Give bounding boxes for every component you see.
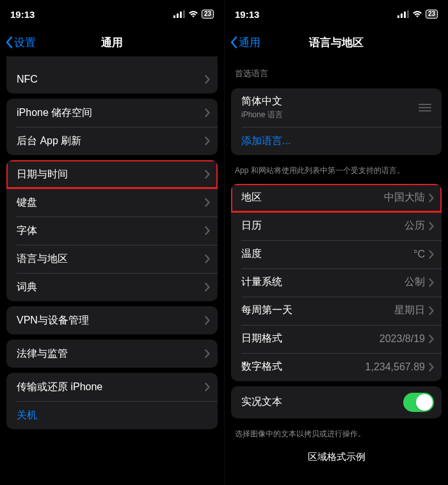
chevron-right-icon: [205, 316, 210, 325]
settings-row[interactable]: VPN与设备管理: [6, 306, 218, 334]
nav-bar: 设置 通用: [0, 28, 224, 56]
group: 传输或还原 iPhone关机: [6, 373, 218, 429]
chevron-right-icon: [205, 283, 210, 292]
battery-icon: 23: [426, 10, 438, 19]
row-value: 2023/8/19: [380, 333, 425, 345]
group: 法律与监管: [6, 340, 218, 368]
status-right: 23: [397, 10, 438, 19]
group: 日期与时间键盘字体语言与地区词典: [6, 160, 218, 301]
settings-row[interactable]: 词典: [6, 273, 218, 301]
row-label: 后台 App 刷新: [17, 135, 205, 148]
page-title: 通用: [101, 35, 123, 50]
content-scroll[interactable]: NFCiPhone 储存空间后台 App 刷新日期与时间键盘字体语言与地区词典V…: [0, 56, 224, 485]
status-time: 19:13: [10, 9, 35, 20]
row-label: 关机: [17, 409, 210, 422]
back-button[interactable]: 通用: [225, 35, 260, 50]
language-label: 简体中文: [241, 95, 416, 108]
row-value: 星期日: [394, 304, 425, 317]
row-value: 公历: [404, 219, 425, 233]
settings-row[interactable]: 计量系统公制: [231, 268, 442, 297]
status-time: 19:13: [235, 9, 259, 20]
settings-row[interactable]: 温度°C: [231, 240, 442, 268]
row-label: 字体: [17, 224, 205, 238]
settings-row[interactable]: 日历公历: [231, 212, 442, 240]
settings-row[interactable]: iPhone 储存空间: [6, 99, 218, 127]
settings-row[interactable]: 法律与监管: [6, 340, 218, 368]
chevron-left-icon: [230, 36, 237, 49]
row-label: VPN与设备管理: [17, 314, 205, 327]
group-languages: 简体中文 iPhone 语言 添加语言...: [231, 88, 442, 155]
svg-rect-6: [404, 12, 406, 18]
svg-rect-1: [177, 13, 179, 18]
chevron-left-icon: [5, 36, 13, 49]
svg-rect-2: [180, 12, 182, 18]
chevron-right-icon: [205, 382, 210, 391]
row-value: 公制: [404, 275, 425, 289]
section-footer-languages: App 和网站将使用此列表中第一个受支持的语言。: [225, 160, 448, 179]
row-label: 语言与地区: [17, 252, 205, 266]
screen-language-region: 19:13 23 通用 语言与地区 首选语言 简体中文 iPhone 语: [224, 0, 448, 485]
settings-row[interactable]: 数字格式1,234,567.89: [231, 353, 442, 381]
live-text-toggle[interactable]: [403, 393, 434, 412]
wifi-icon: [412, 10, 422, 18]
chevron-right-icon: [429, 193, 434, 202]
row-label: 数字格式: [241, 360, 365, 374]
row-value: 1,234,567.89: [365, 361, 425, 373]
row-label: 温度: [241, 247, 413, 261]
nav-bar: 通用 语言与地区: [225, 28, 448, 56]
settings-row[interactable]: 后台 App 刷新: [6, 127, 218, 155]
content-scroll[interactable]: 首选语言 简体中文 iPhone 语言 添加语言... App 和网站将使用此列…: [225, 56, 448, 485]
settings-row[interactable]: 地区中国大陆: [231, 184, 442, 212]
row-label: 每周第一天: [241, 304, 394, 317]
row-label: 键盘: [17, 196, 205, 210]
status-bar: 19:13 23: [225, 0, 448, 28]
svg-rect-0: [173, 15, 175, 18]
settings-row[interactable]: 关机: [6, 401, 218, 429]
group: iPhone 储存空间后台 App 刷新: [6, 99, 218, 155]
svg-rect-4: [397, 15, 399, 18]
group: NFC: [6, 56, 218, 94]
format-example-title: 区域格式示例: [225, 442, 448, 472]
section-footer-live-text: 选择图像中的文本以拷贝或进行操作。: [225, 423, 448, 442]
row-primary-language[interactable]: 简体中文 iPhone 语言: [231, 88, 442, 127]
settings-row[interactable]: 日期格式2023/8/19: [231, 325, 442, 353]
group-region-settings: 地区中国大陆日历公历温度°C计量系统公制每周第一天星期日日期格式2023/8/1…: [231, 184, 442, 381]
chevron-right-icon: [429, 363, 434, 372]
row-label: 传输或还原 iPhone: [17, 381, 205, 394]
chevron-right-icon: [205, 254, 210, 263]
svg-rect-3: [183, 10, 185, 18]
row-live-text[interactable]: 实况文本: [231, 386, 442, 418]
row-label: 计量系统: [241, 275, 404, 289]
battery-icon: 23: [202, 10, 214, 19]
settings-row[interactable]: 日期与时间: [6, 160, 218, 188]
chevron-right-icon: [205, 198, 210, 207]
row-label: 日期与时间: [17, 168, 205, 181]
settings-row[interactable]: NFC: [6, 65, 218, 94]
language-sublabel: iPhone 语言: [241, 110, 416, 120]
chevron-right-icon: [205, 136, 210, 145]
drag-handle-icon[interactable]: [416, 104, 434, 111]
page-title: 语言与地区: [309, 35, 364, 50]
settings-row[interactable]: 语言与地区: [6, 245, 218, 273]
settings-row[interactable]: 每周第一天星期日: [231, 297, 442, 325]
settings-row[interactable]: 传输或还原 iPhone: [6, 373, 218, 401]
row-label: 词典: [17, 281, 205, 294]
row-value: °C: [413, 249, 425, 260]
chevron-right-icon: [205, 108, 210, 117]
chevron-right-icon: [429, 334, 434, 343]
row-label: 地区: [241, 191, 384, 204]
chevron-right-icon: [205, 226, 210, 235]
row-add-language[interactable]: 添加语言...: [231, 127, 442, 155]
group-live-text: 实况文本: [231, 386, 442, 418]
row-label: 日历: [241, 219, 404, 233]
signal-icon: [173, 10, 185, 18]
live-text-label: 实况文本: [241, 395, 403, 409]
settings-row[interactable]: 键盘: [6, 188, 218, 217]
settings-row[interactable]: 字体: [6, 217, 218, 245]
back-button[interactable]: 设置: [0, 35, 36, 50]
row-label: 法律与监管: [17, 347, 205, 361]
svg-rect-5: [401, 13, 403, 18]
signal-icon: [397, 10, 409, 18]
row-value: 中国大陆: [384, 191, 425, 204]
chevron-right-icon: [205, 170, 210, 179]
